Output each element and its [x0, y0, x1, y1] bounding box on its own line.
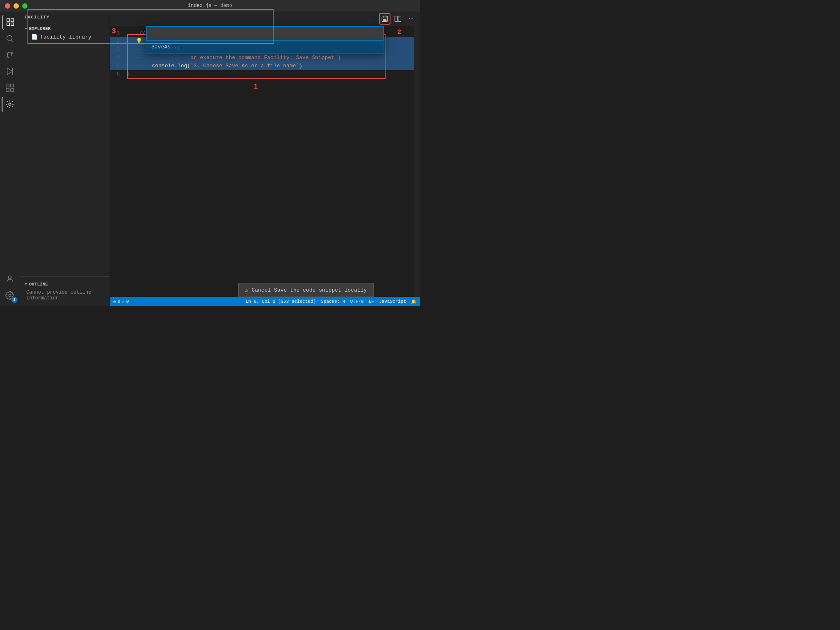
- svg-rect-9: [11, 89, 14, 91]
- status-spaces[interactable]: Spaces: 4: [321, 299, 345, 304]
- svg-point-11: [8, 276, 11, 279]
- sidebar-item-source-control[interactable]: [2, 48, 17, 62]
- outline-label: OUTLINE: [29, 282, 48, 287]
- status-line-ending[interactable]: LF: [369, 299, 374, 304]
- sidebar-item-facility[interactable]: [2, 97, 17, 112]
- warning-icon: ⚠: [245, 287, 249, 293]
- maximize-button[interactable]: [22, 3, 27, 9]
- svg-rect-17: [395, 16, 398, 22]
- explorer-label: EXPLORER: [29, 26, 51, 31]
- svg-point-2: [11, 52, 13, 54]
- save-snippet-button[interactable]: [379, 13, 390, 25]
- status-position[interactable]: Ln 6, Col 2 (258 selected): [246, 299, 316, 304]
- code-editor[interactable]: 1 // 🔔 TODO: 2 💡 console.log('1. Select …: [110, 26, 420, 306]
- code-line-5: 5 ···· console.log(`3. Choose Save As or…: [110, 62, 420, 70]
- titlebar: index.js — demo: [0, 0, 420, 11]
- status-errors[interactable]: ⊗ 0 ⚠ 0: [113, 299, 129, 304]
- outline-title[interactable]: ▾ OUTLINE: [20, 280, 110, 288]
- notification-area: ⚠ Cancel Save the code snippet locally: [192, 283, 420, 297]
- chevron-down-icon: ▾: [25, 26, 27, 31]
- svg-point-0: [7, 36, 12, 41]
- notification-message: ⚠ Cancel Save the code snippet locally: [238, 283, 374, 297]
- editor-area: 3 ··· 2: [110, 11, 420, 306]
- annotation-1-label: 1: [253, 82, 258, 91]
- minimize-button[interactable]: [14, 3, 19, 9]
- close-button[interactable]: [5, 3, 10, 9]
- account-icon[interactable]: [2, 272, 17, 286]
- more-actions-button[interactable]: ···: [405, 13, 417, 25]
- svg-rect-6: [6, 84, 9, 87]
- sidebar-item-extensions[interactable]: [2, 80, 17, 95]
- svg-marker-4: [7, 68, 13, 75]
- editor-toolbar: ···: [110, 11, 420, 26]
- code-line-6: 6 }: [110, 70, 420, 78]
- error-icon: ⊗: [113, 299, 116, 304]
- window-controls: [5, 3, 27, 9]
- command-palette-input[interactable]: [150, 30, 380, 37]
- window-title: index.js — demo: [188, 3, 232, 9]
- command-input-wrapper: [146, 26, 383, 41]
- sidebar-item-run[interactable]: [2, 64, 17, 79]
- file-icon: 📄: [31, 34, 38, 40]
- svg-rect-14: [383, 16, 386, 18]
- sidebar: FACILITY ▾ EXPLORER 📄 facility-library ▾…: [20, 11, 110, 306]
- svg-rect-8: [6, 89, 9, 91]
- svg-rect-18: [398, 16, 401, 22]
- status-feedback[interactable]: 🔔: [411, 299, 417, 304]
- statusbar-left: ⊗ 0 ⚠ 0: [113, 299, 129, 304]
- split-editor-button[interactable]: [392, 13, 404, 25]
- chevron-down-icon: ▾: [25, 281, 27, 287]
- sidebar-header: FACILITY: [20, 11, 110, 23]
- svg-point-1: [7, 52, 9, 54]
- feedback-icon: 🔔: [411, 299, 417, 304]
- command-palette-item-saveas[interactable]: SaveAs...: [146, 41, 383, 53]
- svg-rect-7: [11, 84, 14, 87]
- outline-content: Cannot provide outline information.: [20, 288, 110, 303]
- file-name: facility-library: [40, 34, 91, 40]
- scrollbar[interactable]: [414, 26, 420, 306]
- warning-icon: ⚠: [122, 299, 125, 304]
- sidebar-item-explorer[interactable]: [2, 15, 17, 30]
- app-layout: 1 FACILITY ▾ EXPLORER 📄 facility-library…: [0, 11, 420, 306]
- svg-point-12: [9, 294, 11, 297]
- statusbar-right: Ln 6, Col 2 (258 selected) Spaces: 4 UTF…: [246, 299, 417, 304]
- status-encoding[interactable]: UTF-8: [350, 299, 364, 304]
- command-palette: SaveAs...: [146, 26, 384, 54]
- activity-bar: 1: [0, 11, 20, 306]
- svg-point-3: [7, 57, 9, 58]
- activity-bar-bottom: 1: [2, 272, 17, 306]
- svg-rect-16: [384, 19, 386, 21]
- settings-badge: 1: [11, 297, 17, 303]
- notification-text: Cancel Save the code snippet locally: [251, 287, 367, 293]
- code-line-4: 4 ················ or execute the comman…: [110, 54, 420, 62]
- settings-badge-wrapper: 1: [2, 288, 17, 303]
- statusbar: ⊗ 0 ⚠ 0 Ln 6, Col 2 (258 selected) Space…: [110, 297, 420, 306]
- explorer-section-title[interactable]: ▾ EXPLORER: [20, 25, 110, 32]
- sidebar-item-facility-library[interactable]: 📄 facility-library: [20, 32, 110, 41]
- svg-point-10: [9, 103, 11, 105]
- status-language[interactable]: JavaScript: [379, 299, 406, 304]
- outline-section: ▾ OUTLINE Cannot provide outline informa…: [20, 276, 110, 306]
- sidebar-item-search[interactable]: [2, 31, 17, 46]
- explorer-section: ▾ EXPLORER 📄 facility-library: [20, 23, 110, 43]
